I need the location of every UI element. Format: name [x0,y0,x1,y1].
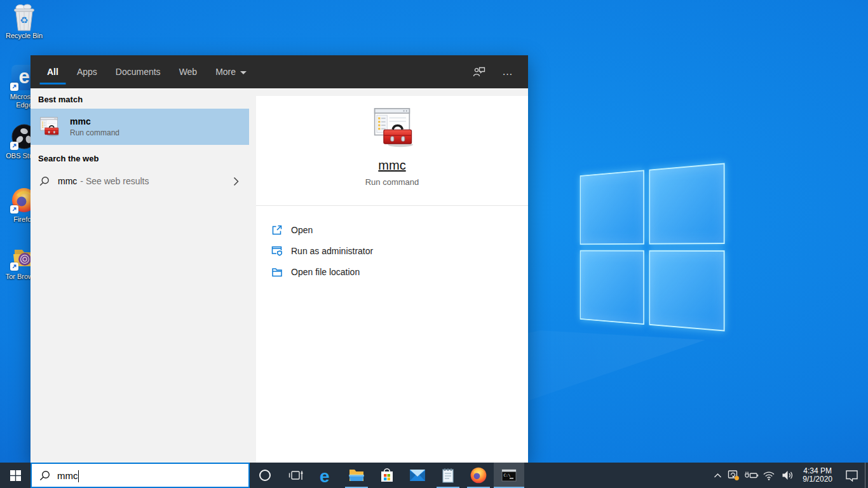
shortcut-arrow-icon [10,142,18,150]
svg-text:e: e [320,467,330,484]
search-web-header: Search the web [38,154,256,163]
chevron-up-icon [714,473,722,478]
taskbar-search-box[interactable] [31,463,250,488]
chevron-right-icon [233,177,239,186]
mmc-icon [38,117,60,137]
cortana-button[interactable] [250,463,280,488]
taskbar-firefox-button[interactable] [463,463,494,488]
sync-screen-icon [728,470,740,481]
alert-badge [735,476,739,480]
firefox-icon [470,467,487,484]
feedback-icon[interactable] [473,66,485,78]
web-query-suffix: - See web results [80,176,149,186]
action-label: Open file location [291,267,360,277]
tray-update-status-button[interactable] [725,463,742,488]
wifi-icon [763,470,775,480]
notepad-icon [441,467,455,484]
tab-apps[interactable]: Apps [77,55,97,88]
microsoft-store-icon [379,467,395,484]
speaker-icon [782,470,794,480]
web-search-result[interactable]: mmc- See web results [31,169,249,193]
tray-wifi-button[interactable] [760,463,778,488]
action-center-button[interactable] [838,463,865,488]
svg-text:♻: ♻ [20,15,28,25]
search-results-list: Best match mmc Run command Search the we… [31,88,256,463]
taskbar-command-prompt-button[interactable]: C:\ [494,463,524,488]
notification-bubble-icon [845,470,858,482]
detail-subtitle: Run command [365,177,419,187]
recycle-bin-icon: ♻ [11,4,37,29]
search-icon [39,470,50,481]
file-explorer-icon [348,468,365,482]
mail-icon [409,469,426,482]
desktop: ♻ Recycle Bin e Microsoft Edge OBS Studi [0,0,868,488]
open-icon [271,224,283,236]
desktop-icon-label: Recycle Bin [4,32,44,40]
system-tray: 4:34 PM 9/1/2020 [710,463,868,488]
taskbar-notepad-button[interactable] [433,463,463,488]
detail-actions: Open Run as administrator [256,206,528,282]
text-caret [78,470,79,482]
action-open[interactable]: Open [271,219,528,240]
tray-volume-button[interactable] [778,463,797,488]
action-label: Open [291,225,313,235]
mmc-icon-large [370,107,414,148]
tab-documents[interactable]: Documents [116,55,161,88]
command-prompt-icon: C:\ [501,469,517,482]
tab-web[interactable]: Web [179,55,198,88]
start-button[interactable] [0,463,31,488]
action-run-as-administrator[interactable]: Run as administrator [271,240,528,261]
search-filter-bar: All Apps Documents Web More … [31,55,528,88]
admin-shield-icon [271,245,283,257]
taskbar-mail-button[interactable] [402,463,433,488]
search-filter-tabs: All Apps Documents Web More [47,55,247,88]
shortcut-arrow-icon [10,205,18,214]
action-label: Run as administrator [291,246,373,256]
taskbar-store-button[interactable] [372,463,402,488]
detail-card: mmc Run command [256,96,528,206]
cortana-icon [259,469,271,482]
tab-more[interactable]: More [215,55,247,88]
battery-charging-icon [743,470,759,480]
svg-text:C:\: C:\ [504,473,511,477]
result-subtitle: Run command [70,128,119,137]
taskbar-search-input[interactable] [57,470,222,481]
edge-icon: e [318,467,334,484]
windows-logo-wallpaper [580,163,728,336]
action-open-file-location[interactable]: Open file location [271,261,528,282]
result-title: mmc [70,116,119,126]
search-flyout-panel: All Apps Documents Web More … Best [31,55,528,463]
search-icon [39,176,50,186]
show-desktop-button[interactable] [865,463,868,488]
options-ellipsis-icon[interactable]: … [502,69,513,75]
folder-location-icon [271,266,283,278]
tray-battery-button[interactable] [742,463,760,488]
taskbar-edge-button[interactable]: e [311,463,341,488]
taskbar-file-explorer-button[interactable] [341,463,372,488]
clock-date: 9/1/2020 [803,475,832,484]
shortcut-arrow-icon [10,262,18,271]
taskbar-clock[interactable]: 4:34 PM 9/1/2020 [797,467,838,484]
taskbar: e [0,463,868,488]
windows-logo-icon [10,470,21,481]
task-view-icon [288,469,303,482]
tab-all[interactable]: All [47,55,58,88]
shortcut-arrow-icon [10,83,18,91]
task-view-button[interactable] [280,463,311,488]
tray-show-hidden-icons-button[interactable] [710,463,725,488]
detail-title-link[interactable]: mmc [378,158,405,173]
chevron-down-icon [240,71,247,74]
best-match-result-mmc[interactable]: mmc Run command [31,109,249,145]
desktop-icon-recycle-bin[interactable]: ♻ Recycle Bin [4,4,44,40]
web-query: mmc [58,176,77,186]
search-detail-pane: mmc Run command Open [256,88,528,463]
best-match-header: Best match [38,95,256,104]
